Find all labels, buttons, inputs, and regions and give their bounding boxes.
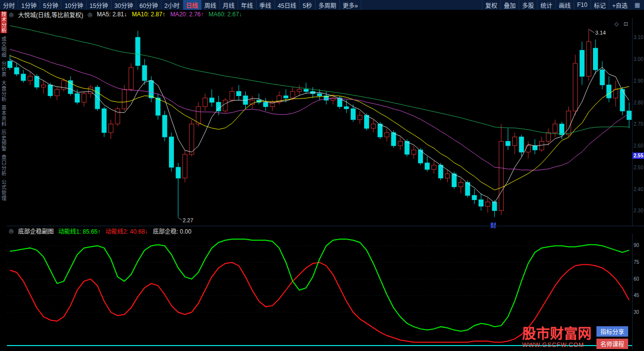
panel-icon[interactable]: ⊡ (624, 21, 628, 27)
ma-label-3: MA60: 2.67↓ (209, 11, 242, 18)
price-axis-label: 3.10 (634, 35, 643, 40)
side-tab-盘口分析[interactable]: 盘口分析 (0, 154, 7, 176)
tool-统计[interactable]: 统计 (537, 0, 555, 10)
period-更多»[interactable]: 更多» (340, 0, 362, 10)
panel-divider (7, 226, 644, 226)
ma-label-2: MA20: 2.76↑ (170, 11, 204, 18)
price-axis-label: 2.50 (634, 165, 643, 170)
sub-axis-label: 30 (634, 309, 639, 315)
trading-app: 分时1分钟5分钟10分钟15分钟30分钟60分钟2小时日线周线月线年线季线45日… (0, 0, 644, 351)
high-annotation-line (589, 30, 594, 33)
period-日线[interactable]: 日线 (183, 0, 202, 10)
side-tab-分价表[interactable]: 分价表 (0, 61, 7, 77)
low-annotation: 2.27 (183, 217, 193, 223)
period-5分钟[interactable]: 5分钟 (40, 0, 62, 10)
main-price-axis: 2.55 3.103.002.902.802.702.602.502.402.3… (632, 18, 644, 226)
period-10分钟[interactable]: 10分钟 (61, 0, 86, 10)
left-tab-strip: 技术分析成交明细分价表大盘分析基本资料历史预警盘口分析公式管理 (0, 10, 7, 351)
side-tab-技术分析[interactable]: 技术分析 (0, 11, 7, 33)
side-tab-大盘分析[interactable]: 大盘分析 (0, 80, 7, 102)
ma-label-1: MA10: 2.87↑ (132, 11, 165, 18)
tool-多股[interactable]: 多股 (519, 0, 537, 10)
tool-复权[interactable]: 复权 (482, 0, 500, 10)
period-周线[interactable]: 周线 (202, 0, 220, 10)
last-price-tag: 2.55 (633, 152, 644, 159)
price-axis-label: 2.30 (634, 208, 643, 213)
price-axis-label: 2.60 (634, 143, 643, 149)
candles (8, 29, 632, 217)
high-annotation: 3.14 (595, 30, 605, 36)
indicator-collapse-icon[interactable]: ◎ (88, 11, 93, 18)
period-toolbar: 分时1分钟5分钟10分钟15分钟30分钟60分钟2小时日线周线月线年线季线45日… (0, 0, 644, 10)
watermark-title: 股市财富网 (522, 327, 591, 342)
period-60分钟[interactable]: 60分钟 (136, 0, 161, 10)
low-annotation-line (178, 218, 182, 220)
period-5秒[interactable]: 5秒 (300, 0, 316, 10)
price-axis-label: 3.00 (634, 56, 643, 62)
watermark-badge-1: 名师课程 (596, 339, 628, 349)
side-tab-成交明细[interactable]: 成交明细 (0, 36, 7, 58)
sub-axis: 9075604530 (632, 234, 644, 350)
side-tab-基本资料[interactable]: 基本资料 (0, 105, 7, 127)
side-tab-历史预警[interactable]: 历史预警 (0, 130, 7, 151)
period-年线[interactable]: 年线 (238, 0, 257, 10)
period-季线[interactable]: 季线 (257, 0, 275, 10)
price-axis-label: 2.80 (634, 100, 643, 105)
grid-icon[interactable]: ▦ (631, 0, 644, 10)
side-tab-公式管理[interactable]: 公式管理 (0, 179, 7, 201)
period-月线[interactable]: 月线 (220, 0, 238, 10)
diamond-icon[interactable]: ◇ (614, 21, 618, 27)
period-多周期[interactable]: 多周期 (316, 0, 340, 10)
watermark-url: WWW.GSCFW.COM (522, 342, 591, 349)
period-45日线[interactable]: 45日线 (275, 0, 300, 10)
tool-画线[interactable]: 画线 (555, 0, 574, 10)
main-chart-header: ◎ 大悦城(日线,等比前复权) ◎ MA5: 2.81↓MA10: 2.87↑M… (9, 11, 242, 18)
period-30分钟[interactable]: 30分钟 (111, 0, 136, 10)
topbar-right: 复权叠加多股统计画线F10标记+自选▦ (482, 0, 644, 10)
tool-叠加[interactable]: 叠加 (500, 0, 519, 10)
tool-+自选[interactable]: +自选 (609, 0, 631, 10)
period-2小时[interactable]: 2小时 (161, 0, 183, 10)
ma-labels: MA5: 2.81↓MA10: 2.87↑MA20: 2.76↑MA60: 2.… (97, 11, 242, 18)
corner-icons: ◇ ⊡ (614, 21, 628, 27)
price-axis-label: 2.90 (634, 78, 643, 84)
watermark-badges: 指标分享名师课程 (596, 326, 628, 349)
event-marker[interactable]: 财 (490, 221, 496, 229)
price-axis-label: 2.40 (634, 187, 643, 192)
watermark: 股市财富网 WWW.GSCFW.COM 指标分享名师课程 (522, 326, 628, 349)
watermark-text: 股市财富网 WWW.GSCFW.COM (522, 327, 591, 349)
period-分时[interactable]: 分时 (0, 0, 18, 10)
sub-axis-label: 60 (634, 276, 639, 282)
collapse-icon[interactable]: ◎ (9, 11, 14, 18)
period-15分钟[interactable]: 15分钟 (87, 0, 111, 10)
watermark-badge-0: 指标分享 (596, 326, 628, 337)
ma-label-0: MA5: 2.81↓ (97, 11, 127, 18)
topbar-left: 分时1分钟5分钟10分钟15分钟30分钟60分钟2小时日线周线月线年线季线45日… (0, 0, 361, 10)
chart-title: 大悦城(日线,等比前复权) (18, 10, 83, 19)
main-chart-canvas[interactable]: 3.142.27 (7, 18, 632, 226)
sub-axis-label: 90 (634, 243, 639, 248)
chart-region: ◎ 大悦城(日线,等比前复权) ◎ MA5: 2.81↓MA10: 2.87↑M… (7, 10, 644, 351)
sub-grid (7, 246, 632, 312)
tool-F10[interactable]: F10 (574, 0, 590, 10)
sub-axis-label: 75 (634, 259, 639, 265)
period-1分钟[interactable]: 1分钟 (18, 0, 40, 10)
sub-axis-label: 45 (634, 293, 639, 298)
tool-标记[interactable]: 标记 (590, 0, 609, 10)
price-axis-label: 2.70 (634, 121, 643, 127)
